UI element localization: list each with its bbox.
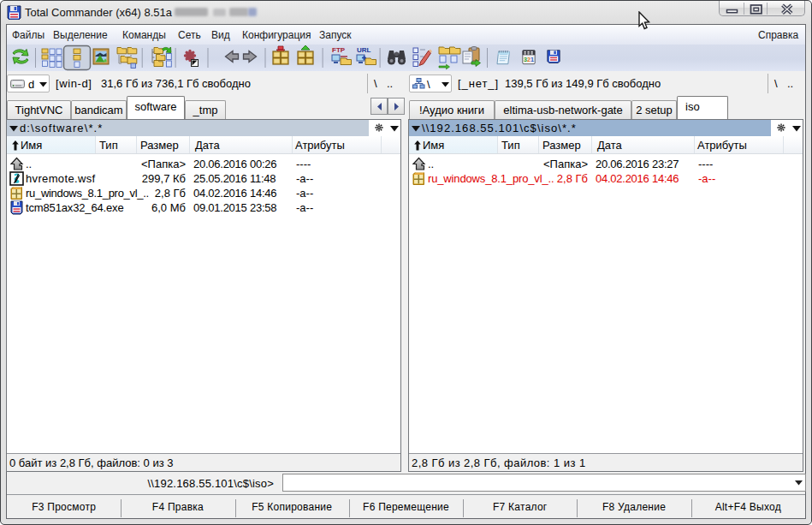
svg-text:FTP: FTP (332, 46, 346, 54)
svg-text:1: 1 (530, 56, 534, 63)
svg-text:URL: URL (357, 46, 371, 54)
